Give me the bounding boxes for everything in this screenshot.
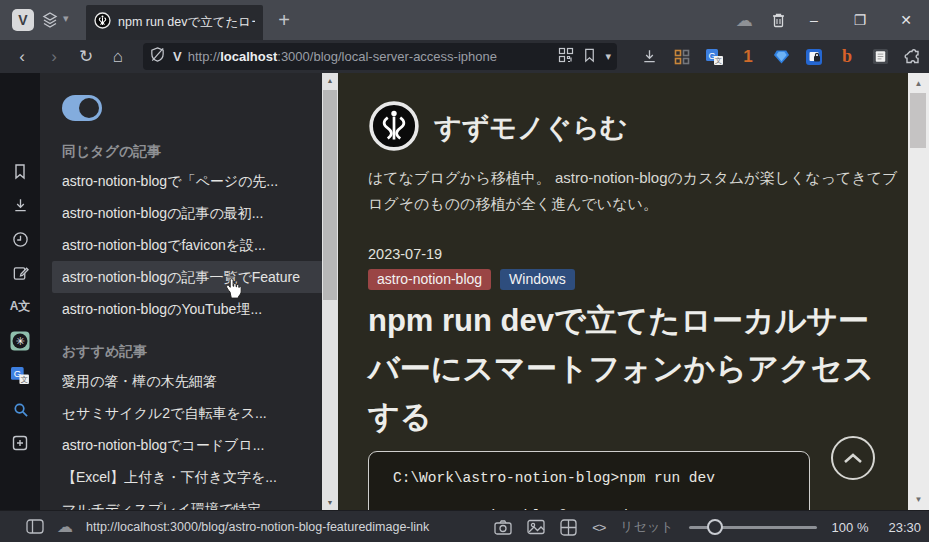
workspaces-icon[interactable]	[41, 11, 59, 33]
panel-icon-strip: A文 ✳ G文 ⚙	[0, 73, 40, 510]
related-article-link[interactable]: astro-notion-blogの記事の最初...	[62, 197, 324, 229]
vivaldi-menu-button[interactable]: V	[12, 9, 34, 31]
grid-extension-icon[interactable]	[672, 47, 692, 67]
recommended-article-link[interactable]: セサミサイクル2で自転車をス...	[62, 397, 324, 429]
onetab-extension-icon[interactable]: 1	[738, 47, 758, 67]
window-controls: – ❐ ✕	[791, 0, 929, 40]
code-block: C:\Work\astro-notion-blog>npm run dev > …	[368, 451, 810, 510]
trash-icon[interactable]	[770, 11, 787, 33]
google-translate-extension-icon[interactable]: G文	[705, 47, 725, 67]
zoom-level[interactable]: 100 %	[832, 520, 869, 535]
minimize-button[interactable]: –	[791, 0, 837, 40]
recommended-article-link[interactable]: マルチディスプレイ環境で特定	[62, 493, 324, 510]
notes-panel-icon[interactable]	[0, 260, 40, 286]
svg-text:✳: ✳	[15, 335, 24, 347]
recommended-article-link[interactable]: 【Excel】上付き・下付き文字を...	[62, 461, 324, 493]
tab-title: npm run devで立てたローカル	[118, 14, 255, 31]
address-bar[interactable]: V http://localhost:3000/blog/local-serve…	[143, 43, 617, 70]
active-tab[interactable]: npm run devで立てたローカル	[86, 5, 263, 40]
close-button[interactable]: ✕	[883, 0, 929, 40]
reload-button[interactable]: ↻	[70, 46, 102, 67]
url-text[interactable]: http://localhost:3000/blog/local-server-…	[188, 49, 559, 64]
extensions-puzzle-icon[interactable]	[903, 47, 923, 67]
extensions-row: G文 1 b	[639, 40, 923, 73]
scroll-to-top-button[interactable]	[831, 436, 875, 480]
tab-favicon-icon	[94, 12, 111, 33]
status-link-url: http://localhost:3000/blog/astro-notion-…	[86, 520, 429, 534]
page-scroll-up-icon[interactable]: ▲	[908, 79, 929, 88]
page-actions-image-icon[interactable]	[527, 519, 545, 535]
post-date: 2023-07-19	[368, 246, 908, 262]
panel-toggle-switch[interactable]	[62, 95, 102, 121]
main-area: A文 ✳ G文 ⚙ 同じタグの記事 astro-notion-blogで「ページ…	[0, 73, 929, 510]
chatgpt-panel-icon[interactable]: ✳	[0, 328, 40, 354]
related-article-link[interactable]: astro-notion-blogで「ページの先...	[62, 165, 324, 197]
tag-badge[interactable]: astro-notion-blog	[368, 269, 491, 290]
clock: 23:30	[888, 520, 921, 535]
download-icon[interactable]	[639, 47, 659, 67]
shield-lock-extension-icon[interactable]	[804, 47, 824, 67]
web-page: すずモノぐらむ はてなブログから移植中。 astro-notion-blogのカ…	[338, 73, 908, 510]
forward-button[interactable]: ›	[38, 47, 70, 67]
related-article-link[interactable]: astro-notion-blogのYouTube埋...	[62, 293, 324, 325]
bing-extension-icon[interactable]: b	[837, 47, 857, 67]
address-toolbar: ‹ › ↻ ⌂ V http://localhost:3000/blog/loc…	[0, 40, 929, 73]
zoom-slider[interactable]	[689, 519, 817, 535]
toggle-panel-icon[interactable]	[26, 519, 44, 534]
bookmarks-panel-icon[interactable]	[0, 158, 40, 184]
zoom-reset-label[interactable]: リセット	[620, 518, 673, 536]
section-title-same-tag: 同じタグの記事	[62, 137, 318, 165]
svg-text:文: 文	[715, 56, 722, 64]
page-scroll-down-icon[interactable]: ▼	[908, 495, 929, 504]
new-tab-button[interactable]: +	[271, 7, 297, 33]
post-tags: astro-notion-blog Windows	[368, 269, 908, 290]
qr-code-icon[interactable]	[558, 47, 574, 67]
svg-text:文: 文	[20, 374, 27, 383]
site-description: はてなブログから移植中。 astro-notion-blogのカスタムが楽しくな…	[368, 165, 903, 217]
page-scrollbar-thumb[interactable]	[910, 93, 926, 148]
gem-extension-icon[interactable]	[771, 47, 791, 67]
sync-status-cloud-icon[interactable]: ☁	[57, 517, 73, 536]
tag-badge[interactable]: Windows	[500, 269, 575, 290]
address-caret-icon[interactable]: ▾	[605, 50, 611, 63]
related-article-link[interactable]: astro-notion-blogでfaviconを設...	[62, 229, 324, 261]
code-line: C:\Work\astro-notion-blog>npm run dev	[393, 469, 785, 488]
workspaces-caret-icon[interactable]: ▾	[63, 12, 69, 25]
panel-scroll-up-icon[interactable]: ▲	[322, 77, 338, 84]
panel-scrollbar-thumb[interactable]	[323, 90, 337, 300]
tab-bar: V ▾ npm run devで立てたローカル + ☁ – ❐ ✕	[0, 0, 929, 40]
sidebar-panel: 同じタグの記事 astro-notion-blogで「ページの先... astr…	[40, 73, 338, 510]
post-title: npm run devで立てたローカルサーバーにスマートフォンからアクセスする	[368, 297, 883, 441]
site-title[interactable]: すずモノぐらむ	[434, 110, 627, 146]
site-logo[interactable]	[368, 100, 420, 156]
google-translate-panel-icon[interactable]: G文	[0, 362, 40, 388]
tiling-icon[interactable]	[560, 519, 577, 536]
recommended-article-link[interactable]: 愛用の箸・樺の木先細箸	[62, 365, 324, 397]
bookmark-page-icon[interactable]	[582, 47, 597, 67]
back-button[interactable]: ‹	[6, 47, 38, 67]
zoom-slider-knob[interactable]	[707, 519, 723, 535]
developer-code-icon[interactable]: <>	[592, 520, 605, 535]
related-article-link-hovered[interactable]: astro-notion-blogの記事一覧でFeature	[52, 261, 330, 293]
vivaldi-badge-icon: V	[173, 49, 182, 64]
capture-camera-icon[interactable]	[494, 519, 512, 535]
page-scrollbar[interactable]: ▲ ▼	[908, 73, 929, 510]
status-bar: ☁ http://localhost:3000/blog/astro-notio…	[0, 510, 929, 542]
browser-window: V ▾ npm run devで立てたローカル + ☁ – ❐ ✕ ‹ › ↻ …	[0, 0, 929, 542]
toggle-knob	[79, 98, 99, 118]
notes-extension-icon[interactable]	[870, 47, 890, 67]
section-title-recommended: おすすめ記事	[62, 337, 318, 365]
sync-cloud-icon[interactable]: ☁	[736, 10, 753, 31]
history-panel-icon[interactable]	[0, 226, 40, 252]
search-panel-icon[interactable]	[0, 396, 40, 422]
maximize-button[interactable]: ❐	[837, 0, 883, 40]
recommended-article-link[interactable]: astro-notion-blogでコードブロ...	[62, 429, 324, 461]
translate-panel-icon[interactable]: A文	[0, 293, 40, 319]
add-panel-icon[interactable]	[0, 430, 40, 456]
home-button[interactable]: ⌂	[102, 47, 134, 67]
panel-scroll-down-icon[interactable]: ▼	[322, 499, 338, 506]
shield-blocked-icon[interactable]	[149, 46, 166, 67]
panel-scrollbar[interactable]: ▲ ▼	[322, 73, 338, 510]
downloads-panel-icon[interactable]	[0, 192, 40, 218]
